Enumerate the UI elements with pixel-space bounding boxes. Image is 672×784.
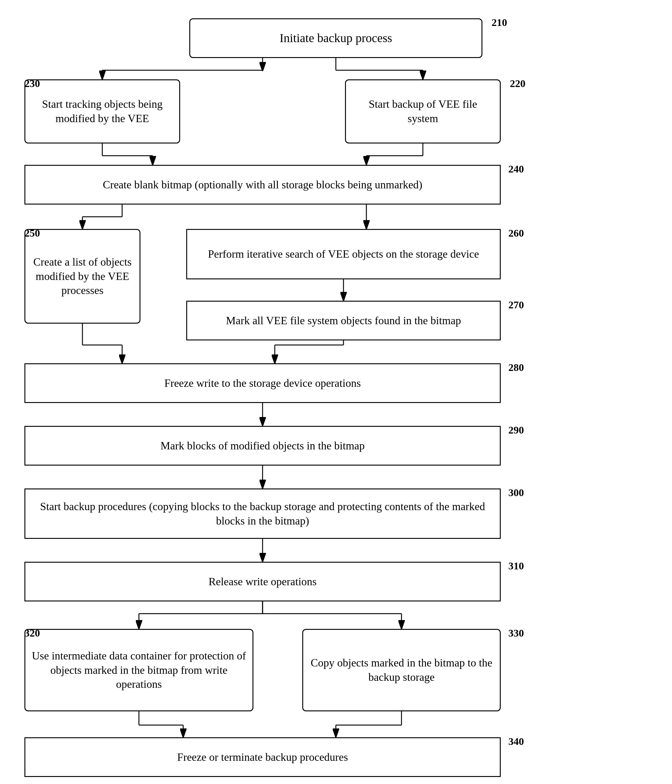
label-210: 210 [492, 17, 507, 28]
box-start-backup-text: Start backup procedures (copying blocks … [31, 499, 494, 528]
label-230: 230 [25, 78, 40, 89]
flowchart-diagram: Initiate backup process 210 Start tracki… [0, 0, 672, 784]
label-270: 270 [508, 299, 524, 311]
box-initiate: Initiate backup process [189, 18, 482, 58]
box-intermediate: Use intermediate data container for prot… [25, 629, 254, 711]
box-copy-objects: Copy objects marked in the bitmap to the… [302, 629, 501, 711]
box-mark-vee-text: Mark all VEE file system objects found i… [226, 314, 461, 328]
box-track: Start tracking objects being modified by… [25, 79, 180, 143]
box-start-backup: Start backup procedures (copying blocks … [25, 488, 501, 539]
box-track-text: Start tracking objects being modified by… [31, 97, 173, 126]
box-copy-objects-text: Copy objects marked in the bitmap to the… [309, 656, 494, 684]
box-initiate-text: Initiate backup process [280, 30, 392, 46]
box-blank-bitmap: Create blank bitmap (optionally with all… [25, 165, 501, 205]
label-300: 300 [508, 487, 524, 499]
box-iterative: Perform iterative search of VEE objects … [186, 229, 501, 279]
box-intermediate-text: Use intermediate data container for prot… [31, 649, 246, 692]
label-250: 250 [25, 227, 40, 239]
label-260: 260 [508, 227, 524, 239]
label-320: 320 [25, 627, 40, 639]
box-iterative-text: Perform iterative search of VEE objects … [208, 247, 479, 261]
box-freeze-write: Freeze write to the storage device opera… [25, 363, 501, 403]
box-mark-blocks-text: Mark blocks of modified objects in the b… [160, 439, 365, 453]
box-freeze-term: Freeze or terminate backup procedures [25, 737, 501, 777]
box-freeze-term-text: Freeze or terminate backup procedures [177, 750, 348, 764]
label-310: 310 [508, 560, 524, 572]
label-280: 280 [508, 362, 524, 373]
label-220: 220 [510, 78, 526, 89]
box-backup-vee-text: Start backup of VEE file system [352, 97, 494, 126]
label-330: 330 [508, 627, 524, 639]
box-create-list-text: Create a list of objects modified by the… [31, 255, 134, 298]
box-freeze-write-text: Freeze write to the storage device opera… [164, 376, 361, 390]
box-release-write: Release write operations [25, 562, 501, 602]
box-blank-bitmap-text: Create blank bitmap (optionally with all… [103, 178, 423, 192]
label-340: 340 [508, 736, 524, 747]
label-290: 290 [508, 425, 524, 436]
box-release-write-text: Release write operations [208, 574, 317, 589]
box-mark-vee: Mark all VEE file system objects found i… [186, 301, 501, 341]
box-create-list: Create a list of objects modified by the… [25, 229, 140, 324]
box-mark-blocks: Mark blocks of modified objects in the b… [25, 426, 501, 465]
label-240: 240 [508, 163, 524, 175]
box-backup-vee: Start backup of VEE file system [345, 79, 501, 143]
